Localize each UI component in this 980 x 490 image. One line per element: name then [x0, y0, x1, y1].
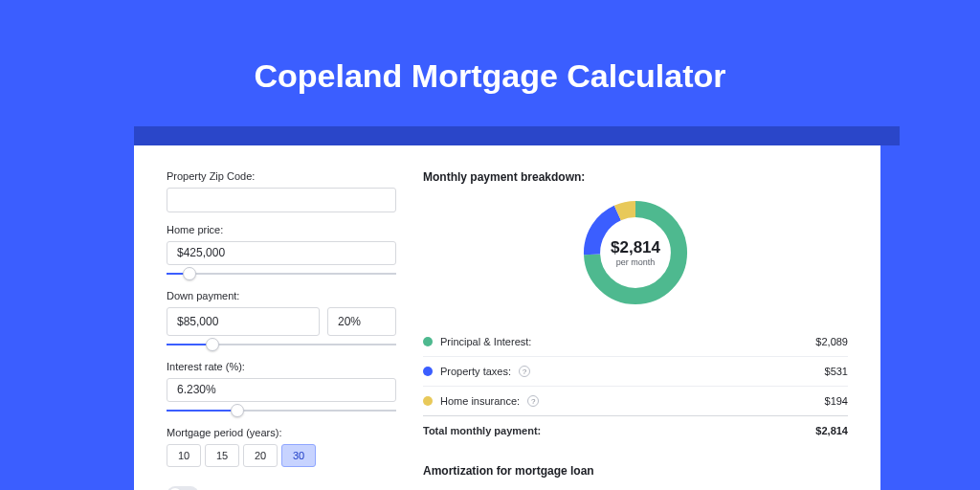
slider-thumb[interactable] — [206, 338, 219, 351]
amortization-title: Amortization for mortgage loan — [423, 464, 848, 478]
total-label: Total monthly payment: — [423, 425, 541, 436]
page-title: Copeland Mortgage Calculator — [0, 0, 980, 95]
breakdown-total-row: Total monthly payment:$2,814 — [423, 415, 848, 445]
slider-thumb[interactable] — [231, 404, 244, 417]
donut-wrap: $2,814 per month — [423, 195, 848, 310]
period-pill-30[interactable]: 30 — [281, 444, 316, 467]
home-price-input[interactable] — [167, 241, 396, 266]
inputs-panel: Property Zip Code: Home price: Down paym… — [167, 170, 396, 490]
veteran-toggle[interactable] — [167, 486, 199, 490]
breakdown-panel: Monthly payment breakdown: $2,814 per mo… — [423, 170, 848, 490]
slider-thumb[interactable] — [183, 267, 196, 280]
down-payment-label: Down payment: — [167, 290, 396, 301]
zip-input[interactable] — [167, 188, 396, 212]
donut-sub: per month — [616, 257, 656, 267]
interest-slider[interactable] — [167, 404, 396, 415]
breakdown-label: Principal & Interest: — [440, 336, 531, 347]
legend-dot — [423, 367, 433, 376]
breakdown-list: Principal & Interest:$2,089Property taxe… — [423, 327, 848, 445]
info-icon[interactable]: ? — [527, 395, 539, 407]
header-stripe — [134, 126, 900, 145]
period-pill-20[interactable]: 20 — [243, 444, 278, 467]
home-price-label: Home price: — [167, 224, 396, 235]
down-payment-slider[interactable] — [167, 338, 396, 349]
breakdown-value: $2,089 — [815, 336, 848, 347]
breakdown-value: $531 — [825, 366, 848, 377]
period-pill-10[interactable]: 10 — [167, 444, 201, 467]
down-payment-input[interactable] — [167, 307, 320, 336]
legend-dot — [423, 396, 433, 406]
veteran-row: I am veteran or military — [167, 486, 396, 490]
interest-input[interactable] — [167, 378, 396, 403]
breakdown-row: Principal & Interest:$2,089 — [423, 327, 848, 356]
donut-center: $2,814 per month — [578, 195, 693, 310]
period-pills: 10152030 — [167, 444, 396, 467]
donut-chart: $2,814 per month — [578, 195, 693, 310]
legend-dot — [423, 337, 433, 346]
down-payment-pct-input[interactable] — [327, 307, 396, 336]
home-price-slider[interactable] — [167, 267, 396, 278]
breakdown-value: $194 — [825, 395, 848, 407]
period-pill-15[interactable]: 15 — [205, 444, 239, 467]
total-value: $2,814 — [815, 425, 848, 436]
calculator-card: Property Zip Code: Home price: Down paym… — [134, 145, 880, 490]
period-label: Mortgage period (years): — [167, 427, 396, 438]
breakdown-row: Property taxes:?$531 — [423, 356, 848, 386]
breakdown-label: Property taxes: — [440, 366, 511, 377]
interest-label: Interest rate (%): — [167, 361, 396, 372]
donut-amount: $2,814 — [611, 238, 660, 257]
breakdown-title: Monthly payment breakdown: — [423, 170, 848, 184]
zip-label: Property Zip Code: — [167, 170, 396, 182]
slider-fill — [167, 410, 237, 412]
breakdown-label: Home insurance: — [440, 395, 520, 407]
info-icon[interactable]: ? — [519, 366, 530, 377]
breakdown-row: Home insurance:?$194 — [423, 386, 848, 415]
